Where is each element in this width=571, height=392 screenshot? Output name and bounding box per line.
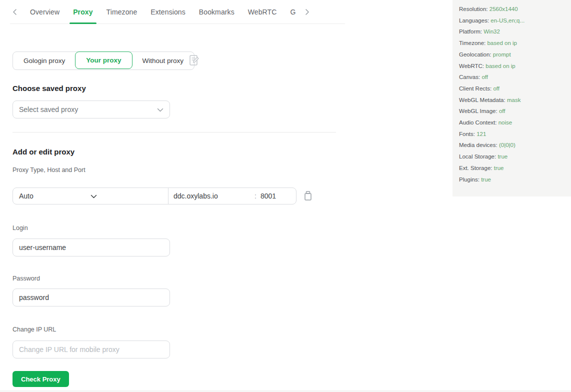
summary-label: Local Storage: (459, 154, 496, 160)
summary-value: noise (498, 120, 512, 126)
summary-label: WebGL Metadata: (459, 97, 506, 103)
summary-row: Media devices: (0|0|0) (459, 140, 566, 151)
proxy-type-host-port-row: Auto : (12, 188, 296, 204)
summary-label: Resolution: (459, 6, 488, 12)
summary-row: Fonts: 121 (459, 128, 566, 140)
summary-label: Ext. Storage: (459, 165, 492, 171)
summary-label: Timezone: (459, 40, 486, 46)
summary-value: 121 (476, 131, 486, 137)
proxy-host-input[interactable] (174, 192, 254, 200)
summary-row: Ext. Storage: true (459, 162, 566, 174)
proxy-mode-toggle: Gologin proxy Your proxy Without proxy (12, 52, 194, 70)
add-edit-proxy-heading: Add or edit proxy (12, 148, 74, 156)
summary-value: mask (507, 97, 520, 103)
summary-value: off (493, 86, 500, 92)
delete-proxy-icon[interactable] (302, 190, 314, 202)
tabs-list: Overview Proxy Timezone Extensions Bookm… (30, 0, 296, 24)
tab-extensions[interactable]: Extensions (150, 0, 185, 24)
summary-label: Client Rects: (459, 86, 492, 92)
summary-value: Win32 (484, 28, 500, 34)
tab-webrtc[interactable]: WebRTC (248, 0, 277, 24)
summary-row: WebRTC: based on ip (459, 60, 566, 72)
summary-row: WebGL Image: off (459, 106, 566, 117)
summary-row: Client Rects: off (459, 83, 566, 94)
summary-label: Geolocation: (459, 52, 492, 58)
choose-saved-proxy-heading: Choose saved proxy (12, 84, 86, 92)
summary-row: Languages: en-US,en;q... (459, 15, 566, 26)
summary-value: off (482, 74, 488, 80)
summary-value: true (481, 176, 491, 182)
summary-label: Languages: (459, 18, 489, 24)
login-input[interactable] (12, 238, 170, 256)
chevron-down-icon (90, 192, 162, 200)
check-proxy-button[interactable]: Check Proxy (12, 371, 69, 387)
summary-value: (0|0|0) (499, 142, 516, 148)
summary-value: prompt (493, 52, 511, 58)
summary-value: en-US,en;q... (490, 18, 524, 24)
summary-row: Plugins: true (459, 174, 566, 186)
gologin-proxy-option[interactable]: Gologin proxy (13, 52, 76, 70)
profile-tabs-bar: Overview Proxy Timezone Extensions Bookm… (10, 0, 345, 24)
proxy-type-value: Auto (19, 192, 90, 200)
summary-row: Resolution: 2560x1440 (459, 4, 566, 15)
change-ip-url-input[interactable] (12, 340, 170, 358)
chevron-down-icon (157, 105, 164, 114)
proxy-port-input[interactable] (260, 192, 284, 200)
password-label: Password (12, 275, 40, 282)
saved-proxy-placeholder: Select saved proxy (19, 106, 157, 114)
tab-bookmarks[interactable]: Bookmarks (199, 0, 234, 24)
summary-value: based on ip (487, 40, 516, 46)
login-label: Login (12, 224, 28, 232)
tabs-scroll-left-icon[interactable] (10, 8, 19, 16)
summary-value: true (498, 154, 508, 160)
summary-label: Plugins: (459, 176, 480, 182)
summary-label: Media devices: (459, 142, 498, 148)
section-divider (12, 132, 336, 132)
profile-summary-panel: Resolution: 2560x1440 Languages: en-US,e… (452, 0, 571, 196)
tab-proxy[interactable]: Proxy (73, 0, 92, 24)
summary-value: based on ip (486, 63, 515, 69)
summary-row: Platform: Win32 (459, 26, 566, 38)
tab-overview[interactable]: Overview (30, 0, 60, 24)
summary-label: WebGL Image: (459, 108, 498, 114)
summary-row: Timezone: based on ip (459, 38, 566, 49)
summary-row: WebGL Metadata: mask (459, 94, 566, 106)
summary-label: Platform: (459, 28, 482, 34)
proxy-settings-screen: Overview Proxy Timezone Extensions Bookm… (0, 0, 571, 392)
proxy-type-select[interactable]: Auto (13, 188, 168, 204)
change-ip-url-label: Change IP URL (12, 326, 56, 333)
password-input[interactable] (12, 288, 170, 306)
host-port-group: : (168, 188, 296, 204)
summary-row: Canvas: off (459, 72, 566, 83)
summary-label: Canvas: (459, 74, 480, 80)
summary-value: true (494, 165, 504, 171)
summary-label: Fonts: (459, 131, 475, 137)
without-proxy-option[interactable]: Without proxy (132, 52, 194, 70)
your-proxy-option[interactable]: Your proxy (75, 52, 132, 69)
tab-geolocation-truncated[interactable]: G (290, 0, 296, 24)
saved-proxy-select[interactable]: Select saved proxy (12, 100, 170, 118)
tabs-scroll-right-icon[interactable] (302, 8, 312, 16)
summary-row: Geolocation: prompt (459, 49, 566, 60)
type-host-port-label: Proxy Type, Host and Port (12, 166, 86, 174)
summary-value: 2560x1440 (490, 6, 518, 12)
port-separator: : (254, 192, 256, 200)
summary-label: Audio Context: (459, 120, 496, 126)
edit-proxy-icon[interactable] (188, 54, 200, 68)
tab-timezone[interactable]: Timezone (106, 0, 138, 24)
summary-row: Audio Context: noise (459, 117, 566, 128)
summary-label: WebRTC: (459, 63, 484, 69)
summary-value: off (499, 108, 506, 114)
summary-row: Local Storage: true (459, 151, 566, 162)
